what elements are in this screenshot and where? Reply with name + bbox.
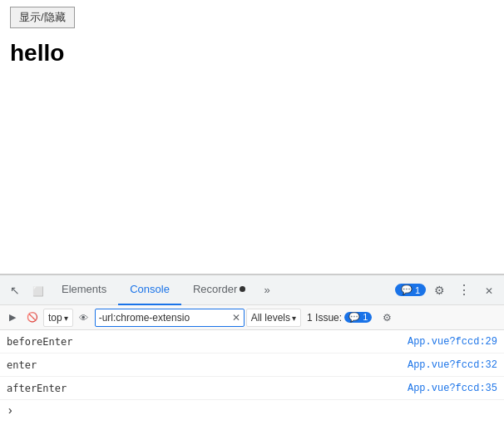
levels-label: All levels — [251, 312, 290, 324]
tab-console[interactable]: Console — [118, 275, 181, 305]
issue-count-badge: 💬 1 — [344, 312, 372, 323]
log-entry-name: afterEnter — [7, 383, 67, 394]
table-row: enter App.vue?fccd:32 — [0, 353, 504, 377]
log-entry-name: enter — [7, 359, 37, 371]
chat-icon: 💬 — [401, 284, 413, 295]
close-devtools-button[interactable] — [477, 279, 501, 302]
console-settings-icon: ⚙ — [383, 312, 392, 324]
issue-count-display[interactable]: 1 Issue: 💬 1 — [303, 312, 376, 324]
eye-icon-button[interactable]: 👁 — [75, 309, 93, 327]
close-icon — [485, 284, 493, 297]
settings-icon-button[interactable] — [427, 279, 451, 302]
hello-text: hello — [10, 40, 494, 67]
clear-console-button[interactable]: ▶ — [3, 309, 22, 327]
recorder-dot — [240, 286, 245, 292]
issue-badge-count: 1 — [415, 285, 420, 295]
issue-count-label: 1 Issue: — [307, 312, 342, 324]
log-entry-name: beforeEnter — [7, 336, 72, 348]
gear-icon — [434, 284, 445, 297]
tab-right-icons: 💬 1 — [395, 279, 501, 302]
console-prompt-row: › — [0, 400, 504, 422]
ban-icon-button[interactable]: 🚫 — [23, 309, 42, 327]
dots-icon — [457, 282, 471, 298]
ban-icon: 🚫 — [27, 312, 38, 323]
devtools-panel: Elements Console Recorder » 💬 1 ▶ — [0, 274, 504, 422]
tab-recorder[interactable]: Recorder — [181, 275, 257, 305]
filter-input-wrap[interactable]: ✕ — [95, 309, 245, 327]
log-entry-link[interactable]: App.vue?fccd:32 — [408, 359, 497, 371]
more-options-button[interactable] — [452, 279, 476, 302]
console-log-area: beforeEnter App.vue?fccd:29 enter App.vu… — [0, 330, 504, 422]
top-context-dropdown[interactable]: top — [43, 309, 73, 327]
inspect-element-icon[interactable] — [3, 279, 27, 302]
more-tabs-button[interactable]: » — [257, 275, 276, 305]
console-settings-button[interactable]: ⚙ — [378, 309, 396, 327]
filter-input[interactable] — [99, 312, 232, 324]
issue-badge[interactable]: 💬 1 — [395, 284, 426, 296]
log-entry-link[interactable]: App.vue?fccd:35 — [408, 383, 497, 394]
show-hide-button[interactable]: 显示/隐藏 — [10, 7, 75, 28]
log-entry-link[interactable]: App.vue?fccd:29 — [408, 336, 497, 348]
filter-clear-button[interactable]: ✕ — [232, 312, 240, 324]
play-icon: ▶ — [9, 312, 16, 323]
table-row: beforeEnter App.vue?fccd:29 — [0, 330, 504, 353]
eye-icon: 👁 — [79, 313, 88, 323]
top-label: top — [48, 312, 62, 324]
devtools-tab-bar: Elements Console Recorder » 💬 1 — [0, 275, 504, 305]
cursor-icon — [10, 284, 20, 297]
tab-elements[interactable]: Elements — [50, 275, 118, 305]
levels-chevron-icon — [292, 312, 296, 324]
chevron-down-icon — [64, 312, 68, 324]
console-prompt-symbol: › — [7, 404, 13, 418]
console-toolbar: ▶ 🚫 top 👁 ✕ All levels 1 Issue: 💬 1 ⚙ — [0, 305, 504, 330]
page-area: 显示/隐藏 hello — [0, 0, 504, 274]
levels-dropdown[interactable]: All levels — [246, 309, 301, 327]
device-toggle-icon[interactable] — [27, 279, 50, 302]
device-icon — [32, 284, 44, 297]
table-row: afterEnter App.vue?fccd:35 — [0, 377, 504, 400]
